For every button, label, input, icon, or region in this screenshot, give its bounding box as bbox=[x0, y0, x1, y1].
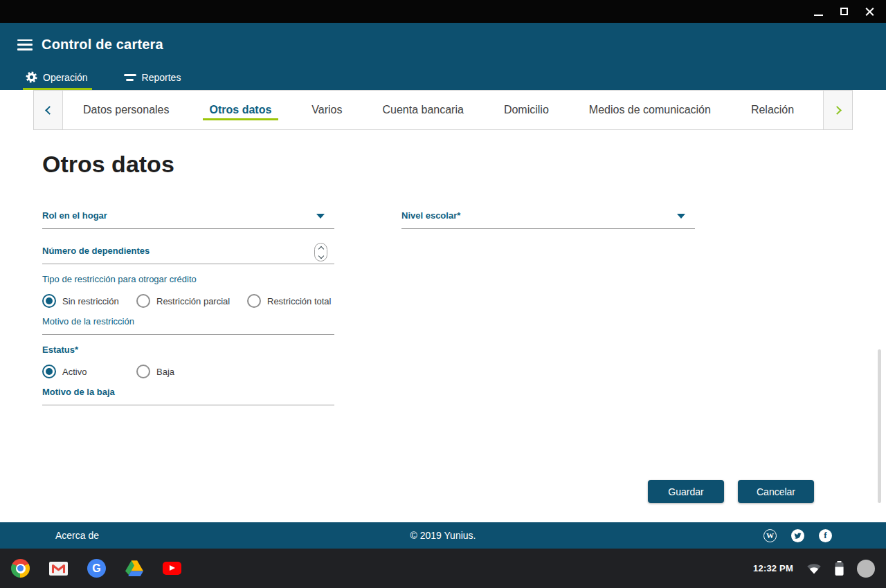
nav-label: Operación bbox=[43, 72, 88, 83]
wordpress-icon[interactable]: W bbox=[763, 529, 777, 542]
tab-label: Varios bbox=[311, 104, 342, 116]
copyright-text: © 2019 Yunius. bbox=[410, 530, 476, 541]
radio-label: Baja bbox=[156, 367, 174, 377]
taskbar: G 12:32 PM bbox=[0, 549, 886, 588]
radio-option-baja[interactable]: Baja bbox=[136, 365, 174, 378]
gear-icon bbox=[26, 71, 37, 83]
cancel-button[interactable]: Cancelar bbox=[738, 480, 814, 503]
short-text-icon bbox=[124, 74, 136, 81]
radio-label: Restricción parcial bbox=[156, 296, 230, 306]
chevron-right-icon bbox=[833, 106, 842, 115]
radio-label: Sin restricción bbox=[62, 296, 119, 306]
chevron-up-icon bbox=[318, 246, 323, 251]
radio-option-restriccion-total[interactable]: Restricción total bbox=[247, 294, 331, 308]
chrome-icon[interactable] bbox=[11, 559, 30, 578]
radio-option-sin-restriccion[interactable]: Sin restricción bbox=[42, 294, 136, 308]
tab-label: Otros datos bbox=[210, 104, 272, 116]
field-rol-en-el-hogar[interactable]: Rol en el hogar bbox=[42, 210, 334, 229]
tab-cuenta-bancaria[interactable]: Cuenta bancaria bbox=[362, 91, 483, 129]
taskbar-apps: G bbox=[11, 559, 215, 578]
footer: Acerca de © 2019 Yunius. W f bbox=[0, 522, 886, 549]
maximize-icon bbox=[840, 8, 848, 15]
save-button[interactable]: Guardar bbox=[648, 480, 724, 503]
chevron-down-icon bbox=[318, 252, 323, 258]
twitter-icon[interactable] bbox=[791, 529, 804, 542]
tab-label: Domicilio bbox=[504, 104, 549, 116]
dropdown-caret-icon[interactable] bbox=[316, 214, 325, 219]
apps-grid-icon[interactable] bbox=[201, 561, 215, 576]
google-icon[interactable]: G bbox=[87, 559, 106, 578]
nav-label: Reportes bbox=[142, 72, 181, 83]
social-links: W f bbox=[763, 529, 832, 542]
nav-item-reportes[interactable]: Reportes bbox=[121, 71, 186, 90]
tab-varios[interactable]: Varios bbox=[291, 91, 362, 129]
tab-datos-personales[interactable]: Datos personales bbox=[63, 91, 190, 129]
tabs: Datos personales Otros datos Varios Cuen… bbox=[63, 91, 823, 129]
field-label: Motivo de la restricción bbox=[42, 316, 334, 327]
field-label: Motivo de la baja bbox=[42, 387, 334, 398]
radio-row-estatus: Activo Baja bbox=[42, 365, 334, 378]
chevron-left-icon bbox=[45, 106, 54, 115]
form-column-left: Rol en el hogar Número de dependientes T… bbox=[42, 210, 334, 405]
facebook-icon[interactable]: f bbox=[819, 529, 832, 542]
radio-option-restriccion-parcial[interactable]: Restricción parcial bbox=[136, 294, 247, 308]
nav-item-operacion[interactable]: Operación bbox=[23, 71, 92, 90]
group-label: Estatus* bbox=[42, 344, 334, 356]
app-title: Control de cartera bbox=[42, 37, 163, 53]
clock[interactable]: 12:32 PM bbox=[753, 563, 793, 573]
taskbar-status-area[interactable]: 12:32 PM bbox=[753, 560, 875, 578]
radio-unselected-icon bbox=[247, 294, 261, 308]
drive-icon[interactable] bbox=[125, 560, 143, 576]
minimize-button[interactable] bbox=[813, 6, 824, 17]
tab-otros-datos[interactable]: Otros datos bbox=[190, 91, 292, 129]
youtube-icon[interactable] bbox=[163, 562, 181, 575]
field-label: Número de dependientes bbox=[42, 246, 334, 257]
field-motivo-de-la-baja[interactable]: Motivo de la baja bbox=[42, 387, 334, 405]
tab-label: Datos personales bbox=[83, 104, 170, 116]
radio-unselected-icon bbox=[136, 365, 150, 378]
dropdown-caret-icon[interactable] bbox=[677, 214, 685, 219]
main-content: Otros datos Rol en el hogar Número de de… bbox=[0, 130, 886, 522]
radio-label: Activo bbox=[62, 367, 87, 377]
window-titlebar bbox=[0, 0, 886, 23]
account-avatar[interactable] bbox=[857, 560, 875, 578]
wifi-icon[interactable] bbox=[806, 562, 822, 574]
radio-option-activo[interactable]: Activo bbox=[42, 365, 136, 378]
field-label: Rol en el hogar bbox=[42, 210, 334, 221]
app-nav: Operación Reportes bbox=[0, 71, 886, 90]
field-numero-de-dependientes[interactable]: Número de dependientes bbox=[42, 246, 334, 264]
page-title: Otros datos bbox=[42, 151, 174, 178]
radio-selected-icon bbox=[42, 365, 56, 378]
close-button[interactable] bbox=[865, 6, 875, 17]
group-label: Tipo de restricción para otrogar crédito bbox=[42, 274, 334, 285]
radio-unselected-icon bbox=[136, 294, 150, 308]
tab-medios-de-comunicacion[interactable]: Medios de comunicación bbox=[569, 91, 731, 129]
group-estatus: Estatus* Activo Baja Motivo de la baja bbox=[42, 344, 334, 405]
tabs-scroll-right-button[interactable] bbox=[823, 91, 852, 129]
minimize-icon bbox=[814, 15, 823, 16]
app-header-top: Control de cartera bbox=[0, 23, 886, 53]
tab-relacion[interactable]: Relación bbox=[731, 91, 814, 129]
window-controls bbox=[813, 6, 886, 17]
number-stepper[interactable] bbox=[314, 243, 327, 261]
tab-label: Relación bbox=[751, 104, 794, 116]
field-nivel-escolar[interactable]: Nivel escolar* bbox=[401, 210, 695, 229]
scrollbar-thumb[interactable] bbox=[878, 349, 881, 503]
gmail-icon[interactable] bbox=[49, 562, 68, 576]
maximize-button[interactable] bbox=[839, 6, 849, 17]
battery-icon[interactable] bbox=[835, 561, 844, 576]
tab-label: Cuenta bancaria bbox=[382, 104, 463, 116]
radio-selected-icon bbox=[42, 294, 56, 308]
radio-row-restriccion: Sin restricción Restricción parcial Rest… bbox=[42, 294, 334, 308]
field-label: Nivel escolar* bbox=[401, 210, 695, 221]
radio-label: Restricción total bbox=[267, 296, 331, 306]
tab-domicilio[interactable]: Domicilio bbox=[484, 91, 569, 129]
tabs-scroll-left-button[interactable] bbox=[34, 91, 63, 129]
tabstrip: Datos personales Otros datos Varios Cuen… bbox=[0, 90, 886, 130]
field-motivo-de-la-restriccion[interactable]: Motivo de la restricción bbox=[42, 316, 334, 335]
menu-icon[interactable] bbox=[17, 39, 33, 50]
about-link[interactable]: Acerca de bbox=[55, 530, 99, 541]
tabstrip-inner: Datos personales Otros datos Varios Cuen… bbox=[33, 90, 853, 130]
form-column-right: Nivel escolar* bbox=[401, 210, 695, 229]
form-actions: Guardar Cancelar bbox=[648, 480, 814, 503]
